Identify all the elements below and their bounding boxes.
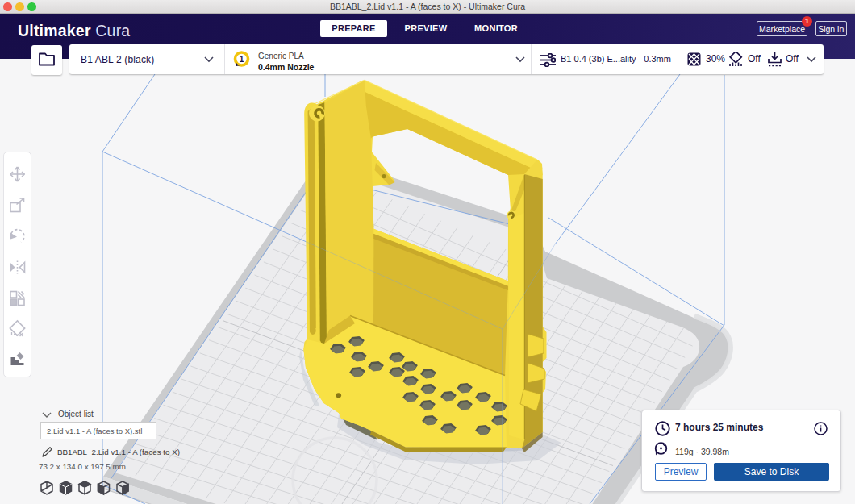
svg-text:1: 1 (240, 55, 244, 64)
